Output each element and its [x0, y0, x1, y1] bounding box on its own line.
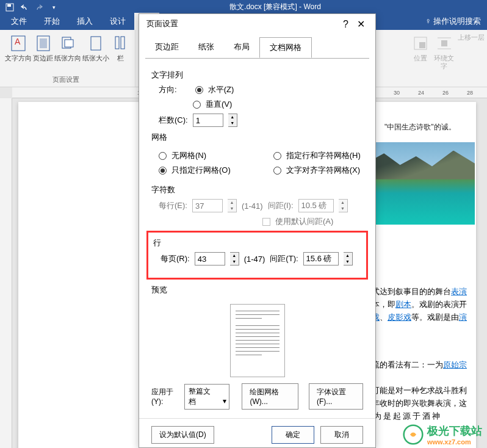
position-button[interactable]: 位置 [411, 34, 430, 70]
dialog-tab-layout[interactable]: 布局 [224, 37, 259, 58]
link-performance[interactable]: 表演 [451, 287, 467, 296]
group-page-setup-label: 页面设置 [24, 75, 107, 85]
svg-rect-8 [91, 37, 101, 50]
tab-home[interactable]: 开始 [35, 13, 68, 30]
svg-rect-9 [115, 37, 119, 49]
columns-spin-up[interactable]: ▲ [228, 114, 237, 120]
dialog-title: 页面设置 [146, 18, 178, 29]
link-script[interactable]: 剧本 [395, 300, 411, 309]
svg-rect-13 [441, 40, 447, 46]
lines-spin-up[interactable]: ▲ [230, 253, 239, 259]
svg-rect-10 [121, 37, 124, 49]
link-shadow[interactable]: 皮影戏 [388, 313, 411, 322]
text-arrangement-label: 文字排列 [151, 70, 363, 81]
radio-align-chars[interactable] [273, 167, 281, 175]
direction-label: 方向: [159, 84, 177, 95]
dialog-tab-grid[interactable]: 文档网格 [259, 37, 312, 58]
columns-label: 栏数(C): [159, 115, 188, 126]
wrap-text-icon [435, 34, 454, 53]
svg-rect-12 [419, 42, 425, 48]
chars-per-line-input[interactable]: 37 [192, 199, 223, 212]
svg-rect-1 [7, 4, 11, 7]
tab-file[interactable]: 文件 [2, 13, 35, 30]
help-button[interactable]: ? [343, 19, 348, 30]
close-button[interactable]: ✕ [351, 16, 370, 31]
char-spacing-input[interactable]: 10.5 磅 [298, 199, 334, 212]
redo-icon[interactable] [34, 2, 44, 12]
margins-button[interactable]: 页边距 [33, 34, 53, 62]
undo-icon[interactable] [20, 2, 29, 12]
radio-vertical[interactable] [193, 101, 201, 109]
tab-design[interactable]: 设计 [101, 13, 134, 30]
columns-input[interactable]: 1 [193, 114, 223, 127]
tab-insert[interactable]: 插入 [68, 13, 101, 30]
vertical-ruler [0, 98, 12, 448]
save-icon[interactable] [5, 2, 15, 12]
radio-lines-only[interactable] [159, 167, 167, 175]
ok-button[interactable]: 确定 [272, 426, 314, 444]
radio-lines-chars[interactable] [273, 152, 281, 160]
position-icon [411, 34, 430, 53]
apply-to-select[interactable]: 整篇文档 [184, 384, 229, 410]
lines-label: 行 [153, 237, 361, 248]
site-logo: 极光下载站 www.xz7.com [403, 424, 482, 446]
orientation-icon [58, 34, 78, 53]
lines-spin-down[interactable]: ▼ [230, 259, 239, 265]
radio-no-grid[interactable] [159, 152, 167, 160]
draw-grid-button[interactable]: 绘图网格(W)... [242, 383, 298, 410]
chars-label: 字符数 [151, 184, 363, 195]
orientation-button[interactable]: 纸张方向 [54, 34, 81, 62]
page-setup-dialog: 页面设置 ? ✕ 页边距 纸张 布局 文档网格 文字排列 方向: 水平(Z) 垂… [139, 13, 376, 448]
tell-me-search[interactable]: ♀ 操作说明搜索 [419, 13, 487, 30]
columns-icon [110, 34, 130, 53]
text-direction-button[interactable]: A 文字方向 [5, 34, 32, 62]
columns-spin-down[interactable]: ▼ [228, 120, 237, 126]
size-icon [86, 34, 106, 53]
columns-button[interactable]: 栏 [110, 34, 130, 62]
grid-label: 网格 [151, 132, 363, 143]
dialog-tab-paper[interactable]: 纸张 [189, 37, 224, 58]
set-default-button[interactable]: 设为默认值(D) [151, 426, 214, 444]
cancel-button[interactable]: 取消 [320, 426, 363, 444]
apply-to-label: 应用于(Y): [151, 387, 181, 406]
svg-text:A: A [15, 37, 21, 46]
preview-box [230, 304, 285, 377]
lines-per-page-input[interactable]: 43 [195, 252, 225, 266]
radio-horizontal[interactable] [195, 86, 203, 94]
svg-rect-7 [65, 40, 73, 47]
window-title: 散文.docx [兼容模式] - Word [63, 2, 487, 12]
landscape-image [368, 142, 475, 225]
svg-rect-5 [40, 38, 47, 48]
text-direction-icon: A [9, 34, 28, 53]
preview-label: 预览 [151, 284, 363, 295]
line-spacing-input[interactable]: 15.6 磅 [303, 252, 339, 266]
wrap-text-button[interactable]: 环绕文 字 [434, 34, 454, 70]
size-button[interactable]: 纸张大小 [82, 34, 109, 62]
qat-dropdown-icon[interactable]: ▾ [49, 2, 59, 12]
default-spacing-checkbox[interactable] [262, 218, 270, 226]
font-settings-button[interactable]: 字体设置(F)... [309, 383, 363, 410]
send-backward-button[interactable]: 上移一层 [458, 34, 485, 70]
dialog-tab-margins[interactable]: 页边距 [145, 37, 189, 58]
margins-icon [34, 34, 53, 53]
link-actor[interactable]: 演 [459, 313, 467, 322]
lines-highlight-box: 行 每页(R): 43 ▲▼ (1-47) 间距(T): 15.6 磅 ▲▼ [146, 231, 368, 280]
